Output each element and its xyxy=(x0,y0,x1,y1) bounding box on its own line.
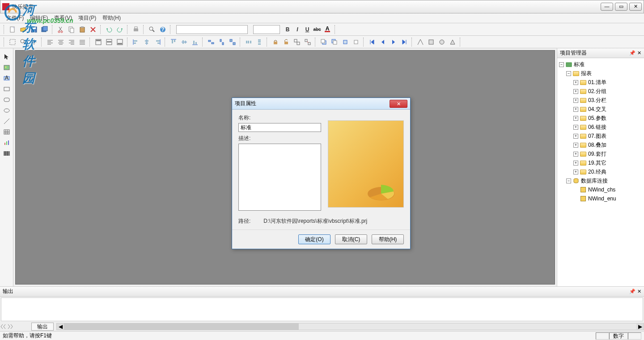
ellipse-tool[interactable] xyxy=(2,106,12,115)
expand-icon[interactable]: − xyxy=(559,62,564,67)
nav-first-button[interactable] xyxy=(367,37,377,47)
tool-d-button[interactable] xyxy=(448,37,458,47)
scroll-thumb[interactable] xyxy=(64,323,299,330)
tree-folder-item[interactable]: +01.清单 xyxy=(558,78,643,87)
align-justify-button[interactable] xyxy=(77,37,87,47)
copy-button[interactable] xyxy=(67,25,76,34)
open-button[interactable] xyxy=(18,25,28,34)
panel-close-icon[interactable]: ✕ xyxy=(637,50,641,56)
italic-button[interactable]: I xyxy=(292,25,302,34)
font-size-select[interactable] xyxy=(253,25,280,34)
horizontal-scrollbar[interactable]: ◀ ▶ xyxy=(56,323,644,330)
undo-button[interactable] xyxy=(104,25,114,34)
align-left-button[interactable] xyxy=(45,37,55,47)
underline-button[interactable]: U xyxy=(302,25,312,34)
pin-icon[interactable]: 📌 xyxy=(629,289,636,294)
paste-button[interactable] xyxy=(77,25,87,34)
find-button[interactable] xyxy=(147,25,157,34)
expand-icon[interactable]: + xyxy=(573,134,578,139)
tree-folder-item[interactable]: +03.分栏 xyxy=(558,96,643,105)
bold-button[interactable]: B xyxy=(283,25,292,34)
valign-middle-button[interactable] xyxy=(104,37,114,47)
menu-help[interactable]: 帮助(H) xyxy=(100,14,123,22)
tree-folder-item[interactable]: +06.链接 xyxy=(558,123,643,132)
menu-project[interactable]: 项目(P) xyxy=(76,14,99,22)
image-tool[interactable] xyxy=(2,63,12,72)
print-button[interactable] xyxy=(131,25,141,34)
dialog-close-button[interactable]: ✕ xyxy=(390,100,407,108)
barcode-tool[interactable] xyxy=(2,149,12,158)
bring-front-button[interactable] xyxy=(319,37,329,47)
zoom-tool[interactable] xyxy=(18,37,28,47)
panel-close-icon[interactable]: ✕ xyxy=(637,289,641,294)
help-icon-button[interactable]: ? xyxy=(158,25,168,34)
tree-folder-item[interactable]: +09.套打 xyxy=(558,149,643,158)
send-back-button[interactable] xyxy=(330,37,339,47)
cut-button[interactable] xyxy=(56,25,66,34)
save-button[interactable] xyxy=(29,25,39,34)
delete-button[interactable] xyxy=(88,25,98,34)
tree-db-item[interactable]: NWind_chs xyxy=(558,185,643,194)
expand-icon[interactable]: + xyxy=(573,89,578,94)
tool-b-button[interactable] xyxy=(426,37,436,47)
tree-folder-item[interactable]: +04.交叉 xyxy=(558,105,643,114)
tree-folder-item[interactable]: +02.分组 xyxy=(558,87,643,96)
tree-folder-item[interactable]: +19.其它 xyxy=(558,158,643,167)
scroll-right-icon[interactable]: ▶ xyxy=(636,323,644,330)
description-textarea[interactable] xyxy=(238,144,321,211)
tree-folder-item[interactable]: +08.叠加 xyxy=(558,140,643,149)
tree-folder-item[interactable]: +05.参数 xyxy=(558,114,643,123)
align-obj-center-v[interactable] xyxy=(179,37,189,47)
expand-icon[interactable]: + xyxy=(573,98,578,103)
chart-tool[interactable] xyxy=(2,138,12,148)
scroll-left-icon[interactable]: ◀ xyxy=(57,323,64,330)
strikethrough-button[interactable]: abc xyxy=(312,25,322,34)
menu-edit[interactable]: 编辑(E) xyxy=(27,14,51,22)
align-obj-center-h[interactable] xyxy=(142,37,152,47)
align-obj-bottom[interactable] xyxy=(190,37,200,47)
expand-icon[interactable]: + xyxy=(573,170,578,174)
select-tool[interactable] xyxy=(8,37,17,47)
lock-button[interactable] xyxy=(271,37,280,47)
nav-next-button[interactable] xyxy=(389,37,398,47)
tool-a-button[interactable] xyxy=(415,37,425,47)
distribute-v-button[interactable] xyxy=(254,37,264,47)
output-tab[interactable]: 输出 xyxy=(31,323,54,331)
font-color-button[interactable]: A xyxy=(322,25,332,34)
expand-icon[interactable]: + xyxy=(573,107,578,112)
menu-view[interactable]: 查看(V) xyxy=(51,14,75,22)
same-width-button[interactable] xyxy=(206,37,216,47)
tab-nav-icon[interactable] xyxy=(0,323,13,331)
name-input[interactable] xyxy=(238,123,321,132)
expand-icon[interactable]: − xyxy=(566,71,571,76)
bring-forward-button[interactable] xyxy=(340,37,350,47)
settings-button[interactable] xyxy=(29,37,39,47)
pin-icon[interactable]: 📌 xyxy=(629,50,636,56)
tree-db-connections[interactable]: − 数据库连接 xyxy=(558,176,643,185)
same-size-button[interactable] xyxy=(228,37,237,47)
tree-folder-item[interactable]: +20.经典 xyxy=(558,167,643,176)
help-button[interactable]: 帮助(H) xyxy=(372,234,404,244)
expand-icon[interactable]: − xyxy=(566,178,571,183)
valign-top-button[interactable] xyxy=(93,37,103,47)
expand-icon[interactable]: + xyxy=(573,152,578,157)
maximize-button[interactable]: ▭ xyxy=(615,3,627,11)
same-height-button[interactable] xyxy=(217,37,227,47)
ungroup-button[interactable] xyxy=(303,37,313,47)
expand-icon[interactable]: + xyxy=(573,116,578,121)
nav-last-button[interactable] xyxy=(399,37,409,47)
tree-root[interactable]: − 标准 xyxy=(558,60,643,69)
project-tree[interactable]: − 标准 − 报表 +01.清单+02.分组+03.分栏+04.交叉+05.参数… xyxy=(557,58,644,286)
send-backward-button[interactable] xyxy=(351,37,361,47)
save-all-button[interactable] xyxy=(40,25,50,34)
roundrect-tool[interactable] xyxy=(2,95,12,105)
cancel-button[interactable]: 取消(C) xyxy=(335,234,367,244)
nav-prev-button[interactable] xyxy=(378,37,388,47)
table-tool[interactable] xyxy=(2,127,12,137)
pointer-tool[interactable] xyxy=(2,52,12,62)
align-center-button[interactable] xyxy=(56,37,66,47)
expand-icon[interactable]: + xyxy=(573,143,578,148)
expand-icon[interactable]: + xyxy=(573,161,578,166)
expand-icon[interactable]: + xyxy=(573,80,578,85)
tree-reports[interactable]: − 报表 xyxy=(558,69,643,78)
